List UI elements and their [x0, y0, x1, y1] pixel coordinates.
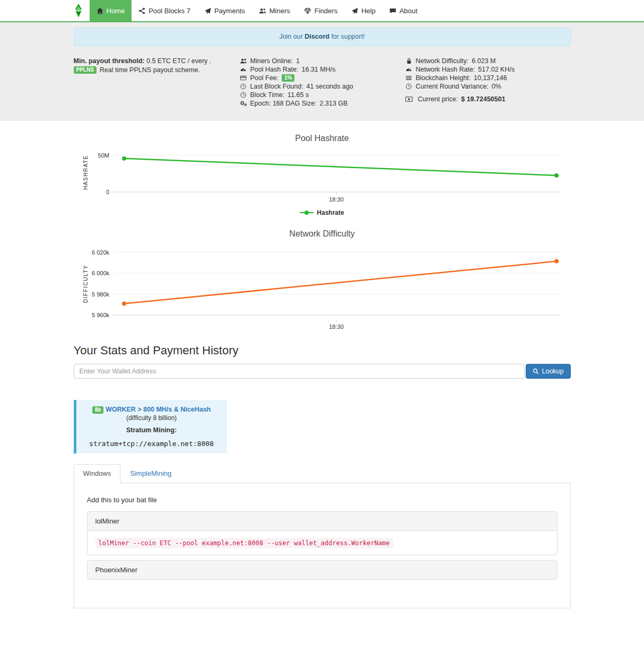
etc-logo-icon: [74, 3, 83, 18]
stratum-label: Stratum Mining:: [81, 426, 223, 434]
worker-title: WORKER > 800 MH/s & NiceHash: [106, 406, 211, 413]
stat-label: Blockchain Height:: [416, 74, 471, 82]
phoenixminer-panel: PhoenixMiner: [87, 560, 558, 580]
discord-banner: Join our Discord for support!: [74, 28, 571, 46]
tab-windows[interactable]: Windows: [74, 464, 121, 483]
etc-logo[interactable]: [74, 0, 90, 21]
svg-text:5 980k: 5 980k: [92, 291, 110, 298]
network-difficulty-plot: 6 020k6 000k5 980k5 960k18:30DIFFICULTY: [80, 245, 564, 330]
payout-scheme-text: Real time PPLNS payout scheme.: [100, 66, 200, 74]
clock-icon: [240, 83, 247, 90]
stat-pool-fee: Pool Fee: 1%: [240, 74, 405, 82]
stat-value: 16.31 MH/s: [302, 66, 336, 73]
clock-icon: [405, 83, 413, 90]
os-tabs: Windows SimpleMining: [74, 464, 571, 483]
lookup-button[interactable]: Lookup: [526, 364, 570, 379]
svg-text:50M: 50M: [98, 152, 109, 159]
stat-value: 41 seconds ago: [307, 83, 353, 90]
nav-item-label: Miners: [269, 7, 290, 15]
stat-label: Last Block Found:: [250, 83, 303, 90]
payout-scheme: PPLNS Real time PPLNS payout scheme.: [74, 66, 240, 74]
payout-threshold-label: Min. payout threshold:: [74, 57, 145, 65]
stat-label: Current Round Variance:: [416, 83, 489, 90]
worker-subtitle: (difficulty 8 billion): [81, 414, 223, 422]
comment-icon: [389, 7, 396, 14]
nav-item-help[interactable]: Help: [344, 0, 382, 21]
nav-item-finders[interactable]: Finders: [297, 0, 344, 21]
navbar: Home Pool Blocks 7 Payments Miners Finde…: [0, 0, 644, 22]
pplns-badge: PPLNS: [74, 66, 97, 74]
svg-text:HASHRATE: HASHRATE: [83, 155, 89, 190]
network-stats-column: Network Difficulty: 6.023 M Network Hash…: [405, 57, 571, 108]
stat-value: 6.023 M: [472, 57, 495, 65]
stat-last-block: Last Block Found: 41 seconds ago: [240, 82, 405, 91]
stat-network-difficulty: Network Difficulty: 6.023 M: [405, 57, 571, 65]
difficulty-badge: 8b: [92, 406, 104, 414]
stat-value: 1: [296, 57, 300, 65]
legend-marker-icon: [300, 210, 314, 215]
chart-title: Pool Hashrate: [74, 134, 571, 143]
stat-value: $ 19.72450501: [461, 95, 505, 103]
nav-item-label: Home: [107, 7, 125, 15]
svg-text:18:30: 18:30: [329, 196, 344, 203]
stat-label: Network Difficulty:: [416, 57, 469, 65]
lolminer-panel-body: lolMiner --coin ETC --pool example.net:8…: [88, 530, 557, 555]
stat-round-variance: Current Round Variance: 0%: [405, 82, 571, 91]
users-icon: [259, 7, 266, 14]
stat-epoch-dag: Epoch: 168 DAG Size: 2.313 GB: [240, 99, 405, 108]
payout-threshold: Min. payout threshold: 0.5 ETC ETC / eve…: [74, 57, 240, 65]
stat-label: Pool Fee:: [250, 74, 279, 82]
search-icon: [533, 368, 539, 374]
tachometer-icon: [405, 66, 413, 73]
home-icon: [97, 7, 103, 14]
clock-icon: [240, 92, 247, 98]
lookup-heading: Your Stats and Payment History: [74, 344, 571, 357]
svg-text:6 000k: 6 000k: [92, 270, 110, 276]
stat-value: 517.02 KH/s: [478, 66, 515, 73]
list-icon: [405, 75, 413, 81]
chart-title: Network Difficulty: [74, 229, 571, 239]
stat-blockchain-height: Blockchain Height: 10,137,146: [405, 74, 571, 82]
pool-hashrate-chart: Pool Hashrate 50M018:30HASHRATE Hashrate: [74, 134, 571, 216]
nav-item-miners[interactable]: Miners: [252, 0, 297, 21]
stat-label: Block Time:: [250, 91, 285, 99]
stat-value: 2.313 GB: [320, 100, 348, 107]
lolminer-panel: lolMiner lolMiner --coin ETC --pool exam…: [87, 511, 558, 555]
svg-text:5 960k: 5 960k: [92, 312, 110, 318]
svg-text:DIFFICULTY: DIFFICULTY: [83, 265, 89, 303]
lookup-button-label: Lookup: [542, 368, 563, 375]
stat-current-price: Current price: $ 19.72450501: [405, 95, 571, 103]
nav-item-home[interactable]: Home: [90, 0, 132, 21]
lolminer-panel-header[interactable]: lolMiner: [88, 512, 557, 530]
chart-legend[interactable]: Hashrate: [74, 209, 571, 216]
pool-hashrate-plot: 50M018:30HASHRATE: [80, 150, 564, 203]
stat-label: Network Hash Rate:: [416, 66, 475, 73]
gem-icon: [304, 7, 311, 14]
stat-label: Pool Hash Rate:: [250, 66, 299, 73]
nav-item-pool-blocks[interactable]: Pool Blocks 7: [132, 0, 197, 21]
svg-text:0: 0: [106, 189, 109, 195]
nav-item-label: Finders: [315, 7, 337, 15]
tachometer-icon: [240, 66, 247, 73]
wallet-lookup-group: Lookup: [74, 364, 571, 379]
nav-item-payments[interactable]: Payments: [197, 0, 252, 21]
nav-item-about[interactable]: About: [382, 0, 424, 21]
money-icon: [405, 96, 413, 102]
paper-plane-icon: [351, 7, 358, 14]
network-difficulty-chart: Network Difficulty 6 020k6 000k5 980k5 9…: [74, 229, 571, 330]
tab-simplemining[interactable]: SimpleMining: [120, 464, 181, 483]
pool-stats-column: Miners Online: 1 Pool Hash Rate: 16.31 M…: [240, 57, 405, 108]
banner-text-suffix: for support!: [331, 33, 364, 40]
payout-column: Min. payout threshold: 0.5 ETC ETC / eve…: [74, 57, 240, 108]
wallet-address-input[interactable]: [74, 364, 525, 379]
stat-block-time: Block Time: 11.65 s: [240, 91, 405, 99]
stat-value: 10,137,146: [474, 74, 507, 82]
phoenixminer-panel-header[interactable]: PhoenixMiner: [88, 561, 557, 579]
share-icon: [138, 7, 145, 14]
credit-card-icon: [240, 75, 247, 81]
legend-label: Hashrate: [317, 209, 344, 216]
svg-text:18:30: 18:30: [329, 324, 344, 330]
discord-link[interactable]: Discord: [304, 33, 329, 40]
stat-label: Miners Online:: [250, 57, 293, 65]
lock-icon: [405, 58, 413, 64]
